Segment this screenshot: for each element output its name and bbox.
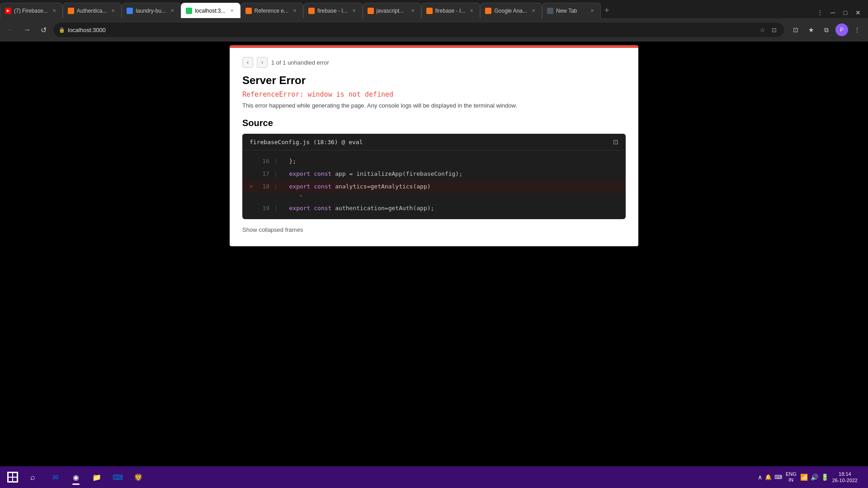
tab-close-newtab[interactable]: ✕: [589, 7, 596, 14]
tab-localhost[interactable]: localhost:3...✕: [181, 3, 240, 18]
back-button[interactable]: ←: [5, 23, 17, 36]
line-arrow: >: [250, 183, 255, 191]
tab-close-yt[interactable]: ✕: [51, 7, 58, 14]
cast-icon[interactable]: ⊡: [789, 23, 802, 36]
tab-close-auth[interactable]: ✕: [109, 7, 117, 14]
volume-icon[interactable]: 🔊: [811, 474, 818, 481]
hidden-icons-button[interactable]: ∧: [758, 474, 762, 481]
tab-label-laundry: laundry-bu...: [136, 8, 166, 14]
code-header: firebaseConfig.js (18:36) @ eval ⊡: [242, 134, 626, 150]
tab-close-reference[interactable]: ✕: [291, 7, 298, 14]
tab-firebase1[interactable]: firebase - I...✕: [303, 3, 363, 18]
tab-laundry[interactable]: laundry-bu...✕: [122, 3, 181, 18]
code-line-18: >18| export const analytics=getAnalytics…: [242, 180, 626, 193]
error-title: Server Error: [242, 74, 626, 87]
address-bar[interactable]: 🔒 localhost:3000 ☆ ⊡: [53, 23, 784, 37]
profile-avatar: P: [835, 23, 848, 36]
line-code-text: export const authentication=getAuth(app)…: [282, 203, 434, 213]
taskbar-app-explorer[interactable]: 📁: [87, 468, 107, 486]
taskbar-right: ∧ 🔔 ⌨ ENG IN 📶 🔊 🔋 18:14 26-10-2022: [758, 471, 864, 484]
tab-close-javascript[interactable]: ✕: [409, 7, 416, 14]
line-separator: |: [274, 156, 278, 166]
tab-reference[interactable]: Reference e...✕: [241, 3, 303, 18]
error-next-button[interactable]: ›: [257, 57, 268, 68]
show-collapsed-button[interactable]: Show collapsed frames: [242, 226, 303, 233]
tab-label-firebase1: firebase - I...: [317, 8, 348, 14]
tab-close-firebase2[interactable]: ✕: [468, 7, 475, 14]
close-window-button[interactable]: ✕: [853, 7, 863, 18]
error-reference: ReferenceError: window is not defined: [242, 90, 626, 99]
tab-yt[interactable]: ▶(7) Firebase...✕: [0, 3, 63, 18]
extension-icon[interactable]: ⧉: [820, 23, 833, 36]
security-icon: 🔒: [59, 27, 65, 33]
tab-close-firebase1[interactable]: ✕: [350, 7, 358, 14]
tab-close-laundry[interactable]: ✕: [169, 7, 176, 14]
tab-label-javascript: javascript...: [377, 8, 406, 14]
tab-auth[interactable]: Authentica...✕: [63, 3, 122, 18]
line-separator: |: [274, 203, 278, 213]
chrome-icon: ◉: [70, 471, 82, 483]
error-caret-line: ^: [242, 193, 626, 202]
taskbar-app-chrome[interactable]: ◉: [66, 468, 86, 486]
tab-javascript[interactable]: javascript...✕: [363, 3, 421, 18]
line-separator: |: [274, 182, 278, 192]
tab-analytics[interactable]: Google Ana...✕: [480, 3, 542, 18]
clock[interactable]: 18:14 26-10-2022: [832, 471, 858, 484]
profile-icon[interactable]: P: [835, 23, 848, 36]
code-line-19: 19| export const authentication=getAuth(…: [242, 202, 626, 215]
forward-button[interactable]: →: [21, 23, 33, 36]
tab-close-analytics[interactable]: ✕: [530, 7, 537, 14]
address-bar-row: ← → ↺ 🔒 localhost:3000 ☆ ⊡ ⊡ ★ ⧉ P ⋮: [0, 18, 868, 42]
error-prev-button[interactable]: ‹: [242, 57, 253, 68]
favicon-reference: [245, 8, 252, 14]
start-button[interactable]: [4, 468, 22, 486]
error-inner: ‹ › 1 of 1 unhandled error Server Error …: [230, 48, 638, 246]
maximize-button[interactable]: □: [840, 7, 851, 18]
toolbar-right: ⊡ ★ ⧉ P ⋮: [789, 23, 863, 36]
windows-icon: [7, 472, 18, 483]
favicon-firebase2: [426, 8, 433, 14]
mail-icon: ✉: [49, 471, 61, 483]
minimize-button[interactable]: ─: [827, 7, 838, 18]
reload-button[interactable]: ↺: [37, 23, 50, 36]
notification-icon[interactable]: 🔔: [765, 474, 772, 480]
taskbar-app-vscode[interactable]: ⌨: [108, 468, 127, 486]
tab-firebase2[interactable]: firebase - I...✕: [421, 3, 481, 18]
tab-label-auth: Authentica...: [77, 8, 107, 14]
brave-icon: 🦁: [132, 471, 144, 483]
line-number: 18: [257, 182, 269, 192]
bookmark-star-icon[interactable]: ★: [805, 23, 817, 36]
tab-newtab[interactable]: New Tab✕: [542, 3, 601, 18]
screenshot-icon[interactable]: ⊡: [770, 27, 778, 33]
tab-label-localhost: localhost:3...: [195, 8, 225, 14]
line-separator: |: [274, 169, 278, 179]
browser-chrome: ▶(7) Firebase...✕Authentica...✕laundry-b…: [0, 0, 868, 42]
address-text: localhost:3000: [68, 27, 755, 33]
code-line-16: 16| };: [242, 155, 626, 168]
line-code-text: };: [282, 156, 296, 166]
line-number: 16: [257, 156, 269, 166]
language-icon[interactable]: ⌨: [774, 474, 782, 480]
favicon-analytics: [485, 8, 491, 14]
code-filename: firebaseConfig.js (18:36) @ eval: [250, 139, 363, 145]
tab-list-button[interactable]: ⋮: [815, 7, 826, 18]
bookmark-icon[interactable]: ☆: [758, 27, 767, 33]
menu-icon[interactable]: ⋮: [851, 23, 863, 36]
favicon-laundry: [127, 8, 133, 14]
taskbar-app-mail[interactable]: ✉: [45, 468, 65, 486]
tab-close-localhost[interactable]: ✕: [228, 7, 236, 14]
code-container: firebaseConfig.js (18:36) @ eval ⊡ 16| }…: [242, 134, 626, 219]
taskbar-app-brave[interactable]: 🦁: [128, 468, 148, 486]
favicon-newtab: [547, 8, 553, 14]
battery-icon[interactable]: 🔋: [821, 474, 829, 481]
taskbar-search-button[interactable]: ⌕: [24, 468, 42, 486]
explorer-icon: 📁: [91, 471, 103, 483]
wifi-icon[interactable]: 📶: [800, 474, 808, 481]
external-link-icon[interactable]: ⊡: [613, 138, 618, 145]
language-badge[interactable]: ENG IN: [786, 471, 797, 483]
code-body: 16| };17| export const app = initializeA…: [242, 150, 626, 219]
favicon-javascript: [368, 8, 374, 14]
code-line-17: 17| export const app = initializeApp(fir…: [242, 168, 626, 180]
new-tab-button[interactable]: +: [601, 6, 613, 15]
line-code-text: export const app = initializeApp(firebas…: [282, 169, 462, 179]
